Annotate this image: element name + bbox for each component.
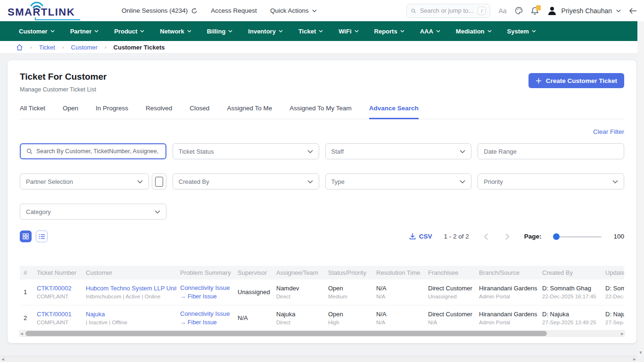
csv-export-button[interactable]: CSV	[409, 233, 432, 240]
customer-link[interactable]: Hubcom Techno System LLP Unit	[86, 285, 173, 292]
created-by-dropdown[interactable]: Created By	[173, 173, 319, 189]
nav-item-mediation[interactable]: Mediation	[456, 28, 492, 35]
ticket-search-field[interactable]	[20, 143, 166, 159]
page-horizontal-scrollbar[interactable]: ◄ ►	[0, 356, 637, 362]
tab-in-progress[interactable]: In Progress	[96, 105, 128, 119]
scroll-right-arrow[interactable]: ►	[619, 331, 625, 336]
nav-item-reports[interactable]: Reports	[374, 28, 405, 35]
notification-badge	[536, 5, 541, 10]
text-size-toggle[interactable]: Aa	[498, 7, 506, 15]
nav-item-product[interactable]: Product	[114, 28, 144, 35]
date-range-field[interactable]	[478, 143, 624, 159]
nav-item-ticket[interactable]: Ticket	[298, 28, 323, 35]
prev-page-button[interactable]	[481, 233, 491, 240]
online-sessions[interactable]: Online Sessions (4234)	[122, 7, 198, 14]
table-horizontal-scrollbar[interactable]: ◄ ►	[19, 330, 625, 337]
franchisee-value: Direct Customer	[428, 285, 471, 292]
tickets-table-wrap: # Ticket Number Customer Problem Summary…	[20, 266, 624, 331]
tab-open[interactable]: Open	[63, 105, 78, 119]
col-franchisee: Franchisee	[424, 266, 475, 280]
breadcrumb-separator: ›	[30, 44, 32, 50]
assignee-team: Direct	[276, 294, 321, 299]
tab-assigned-to-my-team[interactable]: Assigned To My Team	[289, 105, 352, 119]
customer-link[interactable]: Najuka	[86, 311, 173, 318]
next-page-button[interactable]	[503, 233, 512, 240]
type-dropdown[interactable]: Type	[325, 173, 472, 189]
slider-knob[interactable]	[553, 233, 560, 240]
grid-view-button[interactable]	[20, 230, 32, 242]
notifications-bell-icon[interactable]	[531, 7, 539, 15]
chevron-down-icon	[312, 9, 317, 12]
tab-closed[interactable]: Closed	[190, 105, 209, 119]
tab-assigned-to-me[interactable]: Assigned To Me	[227, 105, 272, 119]
ticket-search-input[interactable]	[36, 148, 160, 155]
resolution-time-value: N/A	[376, 311, 421, 318]
nav-item-wifi[interactable]: WiFi	[339, 28, 358, 35]
home-icon[interactable]	[16, 44, 23, 51]
updated-at-value: 27-Sep-2025 13:49:25	[605, 320, 624, 325]
problem-summary-link[interactable]: Connectivity Issue	[180, 310, 230, 317]
user-menu[interactable]: Priyesh Chauhan	[547, 6, 621, 16]
scroll-right-arrow[interactable]: ►	[632, 357, 637, 362]
refresh-icon[interactable]	[191, 8, 198, 14]
page-size-slider[interactable]	[553, 233, 602, 240]
quick-actions-menu[interactable]: Quick Actions	[270, 7, 317, 14]
nav-item-partner[interactable]: Partner	[70, 28, 99, 35]
staff-dropdown[interactable]: Staff	[325, 143, 472, 159]
tab-all-ticket[interactable]: All Ticket	[20, 105, 45, 119]
nav-item-billing[interactable]: Billing	[207, 28, 233, 35]
scroll-left-arrow[interactable]: ◄	[19, 331, 25, 336]
col-num: #	[20, 266, 33, 280]
partner-checkbox[interactable]	[152, 173, 166, 189]
supervisor-value: N/A	[238, 314, 269, 321]
nav-item-customer[interactable]: Customer	[19, 28, 55, 35]
created-by-value: D: Somnath Ghag	[542, 285, 598, 292]
created-at-value: 27-Sep-2025 13:49:25	[542, 320, 598, 325]
scroll-down-arrow[interactable]: ▼	[639, 350, 643, 356]
theme-palette-icon[interactable]	[515, 7, 523, 15]
col-supervisor: Supervisor	[234, 266, 272, 280]
priority-dropdown[interactable]: Priority	[478, 173, 624, 189]
global-search-input[interactable]	[420, 7, 474, 14]
breadcrumb-current: Customer Tickets	[114, 44, 165, 51]
nav-item-network[interactable]: Network	[160, 28, 191, 35]
partner-selection-cell: Partner Selection	[20, 173, 166, 189]
clear-filter-link[interactable]: Clear Filter	[593, 128, 624, 135]
customer-status: Intbmchubcom | Active | Online	[86, 294, 173, 299]
scrollbar-thumb[interactable]	[25, 331, 547, 336]
list-view-button[interactable]	[36, 230, 48, 242]
ticket-status-dropdown[interactable]: Ticket Status	[173, 143, 319, 159]
breadcrumb-ticket[interactable]: Ticket	[39, 44, 55, 51]
create-customer-ticket-button[interactable]: Create Customer Ticket	[528, 73, 624, 88]
franchisee-sub: N/A	[428, 320, 471, 325]
col-assignee-team: Assignee/Team	[272, 266, 324, 280]
col-customer: Customer	[82, 266, 176, 280]
date-range-input[interactable]	[484, 148, 618, 155]
title-row: Ticket For Customer Manage Customer Tick…	[20, 72, 624, 93]
ticket-number-link[interactable]: CTKT/00002	[37, 285, 78, 292]
smartlink-logo[interactable]: SMARTLINK	[8, 2, 89, 20]
search-icon	[26, 148, 33, 155]
scroll-left-arrow[interactable]: ◄	[0, 357, 6, 362]
nav-item-aaa[interactable]: AAA	[420, 28, 440, 35]
breadcrumb-customer[interactable]: Customer	[71, 44, 98, 51]
problem-sub-issue[interactable]: → Fiber Issue	[180, 293, 230, 300]
back-arrow-icon[interactable]	[629, 8, 637, 14]
plus-icon	[536, 78, 542, 84]
tab-resolved[interactable]: Resolved	[146, 105, 172, 119]
global-search[interactable]: /	[406, 4, 490, 18]
assignee-team: Direct	[276, 320, 321, 325]
problem-sub-issue[interactable]: → Fiber Issue	[180, 319, 230, 326]
resolution-time-sub: N/A	[376, 294, 421, 299]
problem-summary-link[interactable]: Connectivity Issue	[180, 284, 230, 291]
nav-item-inventory[interactable]: Inventory	[248, 28, 283, 35]
logo-underline	[35, 17, 80, 20]
access-request[interactable]: Access Request	[211, 7, 257, 14]
tab-advance-search[interactable]: Advance Search	[369, 105, 419, 119]
category-dropdown[interactable]: Category	[20, 204, 166, 220]
ticket-number-link[interactable]: CTKT/00001	[37, 311, 78, 318]
page-vertical-scrollbar[interactable]: ▼	[637, 0, 644, 356]
partner-selection-dropdown[interactable]: Partner Selection	[20, 173, 149, 189]
nav-item-system[interactable]: System	[507, 28, 536, 35]
page-title: Ticket For Customer	[20, 72, 107, 82]
